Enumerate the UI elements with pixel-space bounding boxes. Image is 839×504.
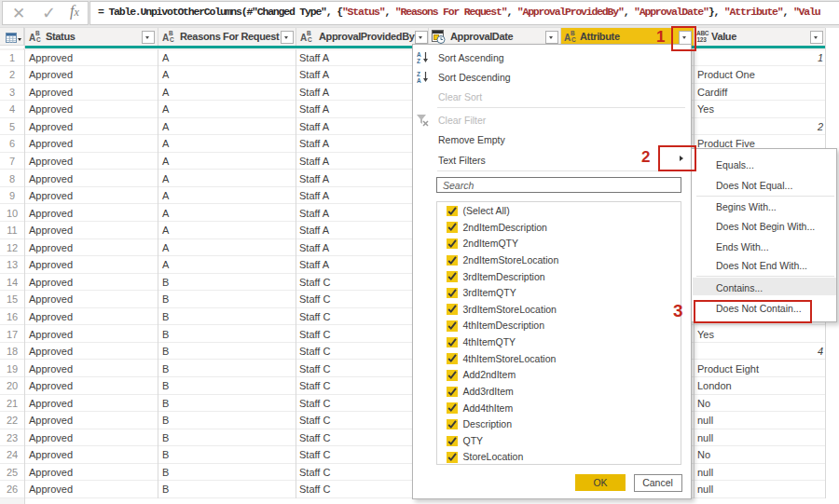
svg-text:Z: Z (417, 71, 420, 77)
svg-text:A: A (417, 77, 421, 83)
svg-text:Z: Z (417, 58, 420, 63)
svg-text:A: A (417, 51, 421, 58)
